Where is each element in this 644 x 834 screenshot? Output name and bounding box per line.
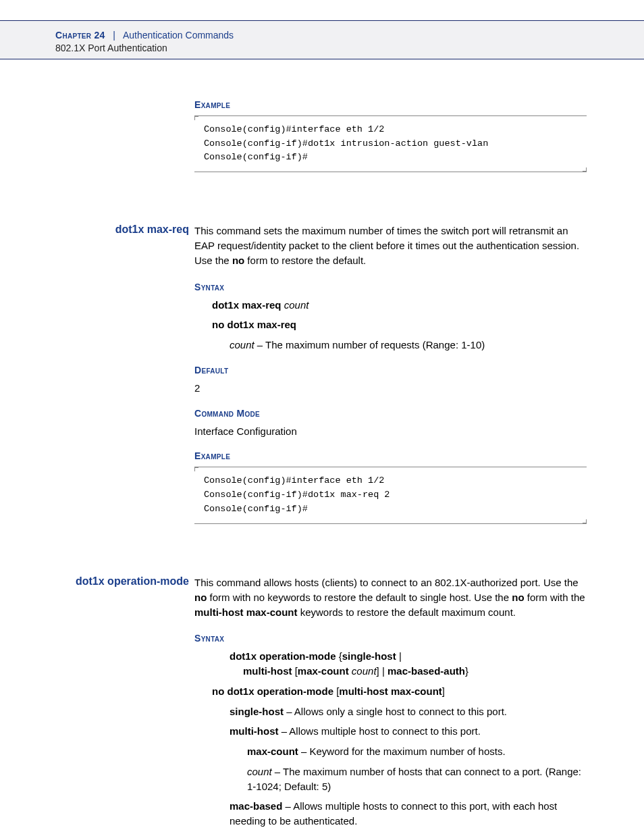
param-name: single-host <box>230 706 284 717</box>
command-name-operation-mode: dot1x operation-mode <box>57 575 189 588</box>
code-block: Console(config)#interface eth 1/2 Consol… <box>194 115 587 173</box>
section-heading-syntax: Syntax <box>194 282 587 292</box>
param-desc: – Keyword for the maximum number of host… <box>298 746 506 757</box>
cmd-desc-text: form with no keywords to restore the def… <box>207 592 512 603</box>
syntax-text: ] <box>442 685 445 697</box>
cmd-desc-bold: multi-host max-count <box>194 606 298 618</box>
header-subtitle: 802.1X Port Authentication <box>55 43 644 53</box>
syntax-keyword: max-count <box>298 665 349 677</box>
param-name: multi-host <box>230 725 279 737</box>
cmd-desc-bold: no <box>194 592 207 603</box>
default-value: 2 <box>194 381 587 396</box>
command-name-max-req: dot1x max-req <box>57 224 189 236</box>
param-name: count <box>230 339 254 350</box>
syntax-param: count <box>352 665 377 677</box>
param-desc: – The maximum number of requests (Range:… <box>254 339 485 350</box>
page-header: Chapter 24 | Authentication Commands 802… <box>0 20 644 59</box>
chapter-title: Authentication Commands <box>123 30 234 41</box>
section-heading-example: Example <box>194 450 587 461</box>
cmd-desc-bold: no <box>512 592 524 603</box>
syntax-text: } <box>465 665 468 677</box>
cmd-desc-bold: no <box>232 255 244 266</box>
syntax-keyword: dot1x max-req <box>212 299 284 311</box>
syntax-text: ] | <box>377 665 387 677</box>
cmd-desc-text: keywords to restore the default maximum … <box>298 606 516 618</box>
cmd-desc-text: form with the <box>525 592 585 603</box>
section-heading-syntax: Syntax <box>194 633 587 644</box>
param-name: mac-based <box>230 800 282 812</box>
syntax-param: count <box>284 299 309 311</box>
syntax-keyword: dot1x operation-mode <box>230 650 336 662</box>
syntax-text: { <box>336 650 342 662</box>
param-name: max-count <box>247 746 298 757</box>
syntax-keyword: multi-host max-count <box>339 685 442 697</box>
syntax-keyword: mac-based-auth <box>387 665 465 677</box>
header-separator: | <box>108 30 121 41</box>
syntax-keyword: multi-host <box>243 665 292 677</box>
section-heading-example: Example <box>194 99 587 110</box>
cmd-desc-text: form to restore the default. <box>244 255 366 266</box>
syntax-keyword: no dot1x operation-mode <box>212 685 333 697</box>
chapter-label: Chapter 24 <box>55 30 105 41</box>
param-desc: – Allows multiple host to connect to thi… <box>279 725 481 737</box>
section-heading-mode: Command Mode <box>194 408 587 419</box>
command-mode-value: Interface Configuration <box>194 424 587 439</box>
param-desc: – Allows only a single host to connect t… <box>284 706 507 717</box>
syntax-keyword: single-host <box>342 650 396 662</box>
cmd-desc-text: This command allows hosts (clients) to c… <box>194 577 579 588</box>
param-name: count <box>247 766 272 777</box>
syntax-keyword: no dot1x max-req <box>212 319 296 330</box>
syntax-text: | <box>396 650 402 662</box>
syntax-text: [ <box>292 665 298 677</box>
section-heading-default: Default <box>194 365 587 375</box>
param-desc: – The maximum number of hosts that can c… <box>247 766 581 792</box>
code-block: Console(config)#interface eth 1/2 Consol… <box>194 467 587 524</box>
